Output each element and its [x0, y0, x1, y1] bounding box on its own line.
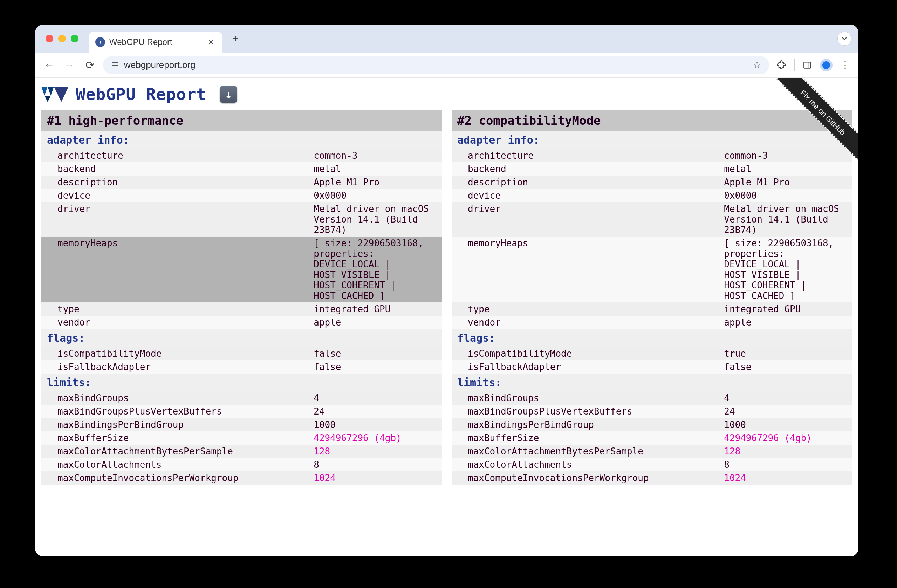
- data-row: typeintegrated GPU: [452, 302, 852, 316]
- row-value: 24: [724, 405, 852, 418]
- favicon-icon: i: [95, 37, 105, 47]
- data-row: maxBufferSize4294967296 (4gb): [41, 431, 442, 445]
- svg-rect-3: [112, 65, 118, 66]
- row-value: integrated GPU: [724, 302, 852, 316]
- reload-button[interactable]: ⟳: [83, 58, 97, 72]
- row-value: 1024: [314, 471, 442, 485]
- data-row: device0x0000: [41, 189, 442, 202]
- row-value: false: [314, 360, 442, 374]
- row-key: maxBindingsPerBindGroup: [41, 418, 314, 431]
- section-header: limits:: [41, 374, 442, 391]
- row-key: maxColorAttachmentBytesPerSample: [452, 445, 724, 458]
- window-controls: [46, 35, 78, 42]
- row-key: maxBindGroupsPlusVertexBuffers: [452, 405, 724, 418]
- tab-title: WebGPU Report: [109, 37, 172, 47]
- row-value: apple: [724, 316, 852, 329]
- row-key: driver: [41, 202, 314, 237]
- tab-strip: i WebGPU Report × +: [35, 24, 859, 52]
- row-value: 128: [724, 445, 852, 458]
- close-tab-button[interactable]: ×: [208, 37, 214, 47]
- data-row: isCompatibilityModetrue: [452, 347, 852, 360]
- data-row: maxBindGroups4: [452, 391, 852, 405]
- svg-rect-4: [804, 62, 811, 68]
- row-value: [ size: 22906503168, properties: DEVICE_…: [724, 237, 852, 302]
- row-value: true: [724, 347, 852, 360]
- extensions-icon[interactable]: [775, 59, 788, 72]
- site-settings-icon[interactable]: [111, 60, 119, 70]
- row-key: memoryHeaps: [41, 237, 314, 302]
- data-row: isCompatibilityModefalse: [41, 347, 442, 360]
- row-key: device: [41, 189, 314, 202]
- address-bar[interactable]: webgpureport.org ☆: [103, 56, 769, 74]
- toolbar: ← → ⟳ webgpureport.org ☆ ⋮: [35, 52, 859, 78]
- row-key: description: [41, 176, 314, 189]
- page-title: WebGPU Report: [76, 85, 207, 104]
- data-row: maxColorAttachments8: [41, 458, 442, 471]
- close-window-button[interactable]: [46, 35, 53, 42]
- data-row: maxBindGroupsPlusVertexBuffers24: [452, 405, 852, 418]
- data-row: backendmetal: [41, 162, 442, 176]
- download-button[interactable]: [220, 86, 237, 103]
- row-value: false: [314, 347, 442, 360]
- data-row: maxBindingsPerBindGroup1000: [452, 418, 852, 431]
- fullscreen-window-button[interactable]: [71, 35, 78, 42]
- report-column: #1 high-performanceadapter info:architec…: [41, 110, 442, 485]
- data-row: typeintegrated GPU: [41, 302, 442, 316]
- row-key: maxColorAttachments: [452, 458, 724, 471]
- data-row: isFallbackAdapterfalse: [41, 360, 442, 374]
- row-value: [ size: 22906503168, properties: DEVICE_…: [314, 237, 442, 302]
- url-text: webgpureport.org: [124, 60, 196, 70]
- row-key: maxBindGroups: [41, 391, 314, 405]
- bookmark-star-icon[interactable]: ☆: [753, 59, 761, 71]
- data-row: maxBindGroupsPlusVertexBuffers24: [41, 405, 442, 418]
- row-key: maxBindingsPerBindGroup: [452, 418, 724, 431]
- svg-marker-8: [44, 96, 51, 102]
- column-header: #2 compatibilityMode: [452, 110, 852, 131]
- data-row: maxColorAttachmentBytesPerSample128: [452, 445, 852, 458]
- row-key: isFallbackAdapter: [41, 360, 314, 374]
- page-content: Fix me on GitHub WebGPU Report #1 high-p…: [35, 78, 859, 556]
- row-key: backend: [41, 162, 314, 176]
- data-row: maxComputeInvocationsPerWorkgroup1024: [452, 471, 852, 485]
- row-value: common-3: [724, 149, 852, 162]
- data-row: maxBindingsPerBindGroup1000: [41, 418, 442, 431]
- new-tab-button[interactable]: +: [227, 30, 244, 47]
- report-columns: #1 high-performanceadapter info:architec…: [35, 110, 859, 485]
- row-value: 4294967296 (4gb): [724, 431, 852, 445]
- row-key: vendor: [452, 316, 724, 329]
- row-key: architecture: [41, 149, 314, 162]
- row-value: common-3: [314, 149, 442, 162]
- data-row: maxBindGroups4: [41, 391, 442, 405]
- data-row: maxBufferSize4294967296 (4gb): [452, 431, 852, 445]
- row-value: Apple M1 Pro: [724, 176, 852, 189]
- data-row: architecturecommon-3: [452, 149, 852, 162]
- row-key: maxColorAttachments: [41, 458, 314, 471]
- minimize-window-button[interactable]: [58, 35, 66, 42]
- back-button[interactable]: ←: [42, 58, 56, 72]
- row-key: memoryHeaps: [452, 237, 724, 302]
- browser-window: i WebGPU Report × + ← → ⟳ webgpureport.o…: [35, 24, 859, 556]
- data-row: maxColorAttachmentBytesPerSample128: [41, 445, 442, 458]
- sidepanel-icon[interactable]: [801, 59, 814, 72]
- data-row: memoryHeaps[ size: 22906503168, properti…: [41, 237, 442, 302]
- profile-button[interactable]: [820, 59, 833, 72]
- row-key: maxColorAttachmentBytesPerSample: [41, 445, 314, 458]
- data-row: memoryHeaps[ size: 22906503168, properti…: [452, 237, 852, 302]
- row-key: backend: [452, 162, 724, 176]
- row-key: isCompatibilityMode: [452, 347, 724, 360]
- browser-tab[interactable]: i WebGPU Report ×: [89, 32, 222, 52]
- svg-marker-9: [54, 87, 69, 102]
- data-row: device0x0000: [452, 189, 852, 202]
- data-row: vendorapple: [41, 316, 442, 329]
- row-value: 1000: [314, 418, 442, 431]
- menu-button[interactable]: ⋮: [839, 59, 851, 72]
- row-value: 4294967296 (4gb): [314, 431, 442, 445]
- row-value: 0x0000: [314, 189, 442, 202]
- data-row: vendorapple: [452, 316, 852, 329]
- svg-marker-7: [47, 87, 54, 96]
- forward-button[interactable]: →: [62, 58, 77, 72]
- tab-menu-button[interactable]: [837, 32, 851, 46]
- page-header: WebGPU Report: [35, 78, 859, 110]
- row-key: maxBindGroupsPlusVertexBuffers: [41, 405, 314, 418]
- svg-marker-6: [41, 87, 47, 96]
